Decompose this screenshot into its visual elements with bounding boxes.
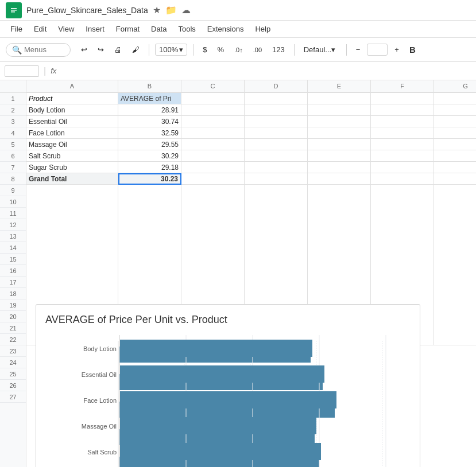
- menu-tools[interactable]: Tools: [173, 23, 200, 35]
- bar-face-lotion[interactable]: [120, 391, 336, 408]
- row-num-23[interactable]: 23: [0, 345, 26, 357]
- cell-g5[interactable]: [434, 139, 476, 150]
- cell-d3[interactable]: [245, 116, 308, 127]
- search-input[interactable]: [24, 45, 64, 54]
- cell-e5[interactable]: [308, 139, 371, 150]
- decimal-dec-button[interactable]: .00: [250, 44, 265, 56]
- cell-f7[interactable]: [371, 162, 434, 173]
- formula-input[interactable]: [61, 65, 471, 76]
- row-num-17[interactable]: 17: [0, 277, 26, 288]
- cell-f5[interactable]: [371, 139, 434, 150]
- font-size-decrease[interactable]: −: [353, 43, 364, 56]
- row-num-19[interactable]: 19: [0, 299, 26, 311]
- cell-d6[interactable]: [245, 150, 308, 162]
- menu-insert[interactable]: Insert: [81, 23, 109, 35]
- bold-button[interactable]: B: [406, 42, 419, 57]
- cell-b4[interactable]: 32.59: [118, 127, 181, 139]
- number-format-button[interactable]: 123: [269, 43, 288, 56]
- cell-c3[interactable]: [181, 116, 245, 127]
- cell-b3[interactable]: 30.74: [118, 116, 181, 127]
- row-num-21[interactable]: 21: [0, 322, 26, 334]
- cell-g7[interactable]: [434, 162, 476, 173]
- font-size-input[interactable]: 10: [370, 45, 385, 54]
- row-num-1[interactable]: 1: [0, 93, 26, 104]
- cell-d8[interactable]: [245, 173, 308, 185]
- cell-c8[interactable]: [181, 173, 245, 185]
- cell-f1[interactable]: [371, 93, 434, 104]
- cell-e2[interactable]: [308, 104, 371, 116]
- col-header-g[interactable]: G: [434, 80, 476, 92]
- col-header-e[interactable]: E: [308, 80, 371, 92]
- cell-a3[interactable]: Essential Oil: [26, 116, 118, 127]
- undo-button[interactable]: ↩: [78, 43, 91, 56]
- paint-format-button[interactable]: 🖌: [129, 43, 143, 56]
- bar-body-lotion[interactable]: [120, 340, 312, 357]
- cloud-icon[interactable]: ☁: [181, 5, 191, 15]
- cell-e7[interactable]: [308, 162, 371, 173]
- title-icons[interactable]: ★ 📁 ☁: [153, 5, 191, 15]
- search-box[interactable]: 🔍: [6, 43, 71, 57]
- row-num-5[interactable]: 5: [0, 139, 26, 150]
- menu-file[interactable]: File: [6, 23, 27, 35]
- cell-b2[interactable]: 28.91: [118, 104, 181, 116]
- cell-a7[interactable]: Sugar Scrub: [26, 162, 118, 173]
- cell-g9[interactable]: [434, 185, 476, 345]
- zoom-control[interactable]: 100% ▾: [155, 44, 187, 56]
- cell-c6[interactable]: [181, 150, 245, 162]
- bar-essential-oil[interactable]: [120, 365, 324, 383]
- menu-format[interactable]: Format: [111, 23, 144, 35]
- cell-c5[interactable]: [181, 139, 245, 150]
- redo-button[interactable]: ↪: [94, 43, 107, 56]
- cell-a4[interactable]: Face Lotion: [26, 127, 118, 139]
- currency-button[interactable]: $: [199, 43, 210, 56]
- cell-f2[interactable]: [371, 104, 434, 116]
- row-num-14[interactable]: 14: [0, 242, 26, 254]
- decimal-inc-button[interactable]: .0↑: [231, 44, 246, 56]
- cell-c1[interactable]: [181, 93, 245, 104]
- cell-e3[interactable]: [308, 116, 371, 127]
- font-size-control[interactable]: 10: [367, 44, 388, 56]
- row-num-24[interactable]: 24: [0, 357, 26, 368]
- cell-f3[interactable]: [371, 116, 434, 127]
- col-header-d[interactable]: D: [245, 80, 308, 92]
- zoom-dropdown-icon[interactable]: ▾: [179, 45, 183, 54]
- cell-g6[interactable]: [434, 150, 476, 162]
- row-num-27[interactable]: 27: [0, 391, 26, 403]
- cell-g2[interactable]: [434, 104, 476, 116]
- cell-reference-input[interactable]: H28: [5, 65, 39, 77]
- row-num-15[interactable]: 15: [0, 254, 26, 265]
- row-num-22[interactable]: 22: [0, 334, 26, 345]
- row-num-4[interactable]: 4: [0, 127, 26, 139]
- col-header-f[interactable]: F: [371, 80, 434, 92]
- cell-c2[interactable]: [181, 104, 245, 116]
- row-num-12[interactable]: 12: [0, 219, 26, 231]
- cell-a6[interactable]: Salt Scrub: [26, 150, 118, 162]
- cell-c4[interactable]: [181, 127, 245, 139]
- folder-icon[interactable]: 📁: [165, 5, 177, 15]
- font-size-increase[interactable]: +: [391, 43, 403, 56]
- cell-b6[interactable]: 30.29: [118, 150, 181, 162]
- cell-b7[interactable]: 29.18: [118, 162, 181, 173]
- cell-e4[interactable]: [308, 127, 371, 139]
- menu-extensions[interactable]: Extensions: [203, 23, 249, 35]
- cell-e6[interactable]: [308, 150, 371, 162]
- cell-d1[interactable]: [245, 93, 308, 104]
- cell-b5[interactable]: 29.55: [118, 139, 181, 150]
- cell-g1[interactable]: [434, 93, 476, 104]
- row-num-20[interactable]: 20: [0, 311, 26, 322]
- cell-a5[interactable]: Massage Oil: [26, 139, 118, 150]
- cell-d7[interactable]: [245, 162, 308, 173]
- col-header-a[interactable]: A: [26, 80, 118, 92]
- cell-e8[interactable]: [308, 173, 371, 185]
- row-num-8[interactable]: 8: [0, 173, 26, 185]
- cell-b1[interactable]: AVERAGE of Pri: [118, 93, 181, 104]
- row-num-10[interactable]: 10: [0, 196, 26, 208]
- cell-d4[interactable]: [245, 127, 308, 139]
- row-num-13[interactable]: 13: [0, 231, 26, 242]
- menu-help[interactable]: Help: [250, 23, 275, 35]
- cell-f6[interactable]: [371, 150, 434, 162]
- row-num-16[interactable]: 16: [0, 265, 26, 277]
- cell-d5[interactable]: [245, 139, 308, 150]
- row-num-26[interactable]: 26: [0, 380, 26, 391]
- row-num-6[interactable]: 6: [0, 150, 26, 162]
